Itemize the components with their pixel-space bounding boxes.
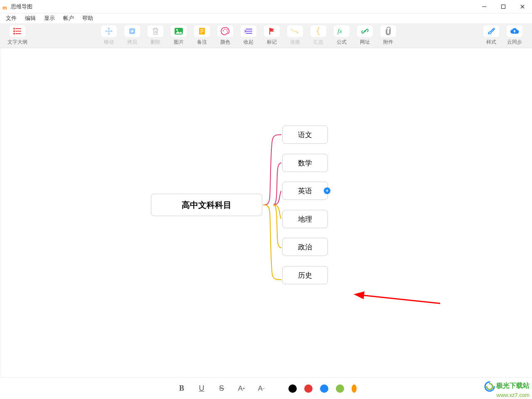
svg-point-6 bbox=[14, 31, 15, 32]
titlebar: 思维导图 bbox=[0, 0, 532, 13]
child-label-2: 数学 bbox=[298, 158, 312, 168]
font-decrease-button[interactable]: A− bbox=[255, 382, 268, 395]
connect-button[interactable]: 连接 bbox=[284, 25, 306, 47]
svg-point-17 bbox=[223, 30, 224, 32]
menu-edit[interactable]: 编辑 bbox=[21, 14, 40, 23]
url-button[interactable]: 网址 bbox=[354, 25, 376, 47]
child-label-3: 英语 bbox=[298, 186, 312, 196]
image-label: 图片 bbox=[174, 39, 184, 46]
note-label: 备注 bbox=[197, 39, 207, 46]
trash-icon bbox=[148, 25, 163, 37]
image-button[interactable]: 图片 bbox=[168, 25, 190, 47]
delete-button[interactable]: 删除 bbox=[145, 25, 166, 47]
svg-line-25 bbox=[361, 295, 440, 303]
svg-point-4 bbox=[14, 28, 15, 29]
copy-icon bbox=[124, 25, 140, 37]
color-blue[interactable] bbox=[320, 384, 328, 393]
child-label-6: 历史 bbox=[298, 271, 312, 280]
minimize-button[interactable] bbox=[475, 0, 494, 13]
color-red[interactable] bbox=[304, 384, 313, 393]
cloud-icon bbox=[507, 25, 522, 37]
copy-label: 拷贝 bbox=[127, 39, 137, 46]
bold-button[interactable]: B bbox=[175, 382, 188, 395]
branch-connectors bbox=[0, 48, 532, 377]
summary-label: 汇总 bbox=[313, 39, 323, 46]
move-icon bbox=[101, 25, 117, 37]
child-label-5: 政治 bbox=[298, 242, 312, 252]
svg-point-18 bbox=[224, 29, 226, 30]
window-controls bbox=[475, 0, 532, 13]
outline-button[interactable]: 文字大纲 bbox=[7, 25, 28, 47]
link-icon bbox=[357, 25, 373, 37]
child-node-2[interactable]: 数学 bbox=[282, 154, 328, 172]
collapse-button[interactable]: 收起 bbox=[238, 25, 259, 47]
attach-label: 附件 bbox=[383, 39, 393, 46]
formula-button[interactable]: fx 公式 bbox=[331, 25, 352, 47]
menu-account[interactable]: 帐户 bbox=[59, 14, 78, 23]
move-label: 移动 bbox=[104, 39, 114, 46]
sync-label: 云同步 bbox=[507, 39, 522, 46]
arrow-connect-icon bbox=[287, 25, 303, 37]
connect-label: 连接 bbox=[290, 39, 300, 46]
add-child-icon[interactable]: + bbox=[324, 187, 330, 194]
collapse-icon bbox=[241, 25, 256, 37]
sync-button[interactable]: 云同步 bbox=[504, 25, 525, 47]
child-node-3[interactable]: 英语 + bbox=[282, 182, 328, 200]
child-node-6[interactable]: 历史 bbox=[282, 266, 328, 284]
menubar: 文件 编辑 显示 帐户 帮助 bbox=[0, 13, 532, 23]
palette-icon bbox=[217, 25, 233, 37]
svg-point-12 bbox=[176, 29, 178, 31]
flag-icon bbox=[264, 25, 280, 37]
svg-rect-1 bbox=[502, 5, 505, 9]
format-bar: B U S A+ A− bbox=[0, 377, 532, 399]
child-node-1[interactable]: 语文 bbox=[282, 126, 328, 144]
svg-text:fx: fx bbox=[337, 28, 342, 34]
root-node[interactable]: 高中文科科目 bbox=[151, 194, 262, 216]
fx-icon: fx bbox=[334, 25, 350, 37]
mark-button[interactable]: 标记 bbox=[261, 25, 283, 47]
child-label-4: 地理 bbox=[298, 214, 312, 224]
color-green[interactable] bbox=[336, 384, 344, 393]
brush-icon bbox=[483, 25, 499, 37]
mark-label: 标记 bbox=[267, 39, 277, 46]
font-increase-button[interactable]: A+ bbox=[235, 382, 248, 395]
svg-point-8 bbox=[14, 33, 15, 34]
color-label: 颜色 bbox=[220, 39, 230, 46]
style-button[interactable]: 样式 bbox=[480, 25, 502, 47]
color-button[interactable]: 颜色 bbox=[214, 25, 236, 47]
root-label: 高中文科科目 bbox=[182, 200, 232, 211]
annotation-arrow-icon bbox=[353, 290, 444, 307]
menu-view[interactable]: 显示 bbox=[40, 14, 59, 23]
window-title: 思维导图 bbox=[11, 3, 32, 10]
style-label: 样式 bbox=[486, 39, 496, 46]
paperclip-icon bbox=[380, 25, 396, 37]
brace-icon bbox=[310, 25, 326, 37]
svg-point-19 bbox=[227, 30, 228, 31]
color-black[interactable] bbox=[288, 384, 297, 393]
svg-point-20 bbox=[227, 32, 228, 33]
copy-button[interactable]: 拷贝 bbox=[121, 25, 143, 47]
maximize-button[interactable] bbox=[494, 0, 513, 13]
summary-button[interactable]: 汇总 bbox=[308, 25, 329, 47]
color-orange[interactable] bbox=[352, 384, 357, 393]
url-label: 网址 bbox=[360, 39, 370, 46]
menu-file[interactable]: 文件 bbox=[2, 14, 21, 23]
child-node-5[interactable]: 政治 bbox=[282, 238, 328, 256]
list-icon bbox=[10, 25, 25, 37]
collapse-label: 收起 bbox=[244, 39, 254, 46]
child-label-1: 语文 bbox=[298, 130, 312, 140]
mindmap-canvas[interactable]: 高中文科科目 语文 数学 英语 + 地理 政治 历史 bbox=[0, 48, 532, 377]
note-icon bbox=[194, 25, 210, 37]
svg-marker-26 bbox=[354, 291, 365, 299]
move-button[interactable]: 移动 bbox=[98, 25, 120, 47]
underline-button[interactable]: U bbox=[195, 382, 208, 395]
menu-help[interactable]: 帮助 bbox=[78, 14, 97, 23]
close-button[interactable] bbox=[513, 0, 532, 13]
image-icon bbox=[171, 25, 187, 37]
attach-button[interactable]: 附件 bbox=[377, 25, 399, 47]
note-button[interactable]: 备注 bbox=[191, 25, 213, 47]
strikethrough-button[interactable]: S bbox=[215, 382, 228, 395]
toolbar: 文字大纲 移动 拷贝 删除 图片 备注 颜色 bbox=[0, 23, 532, 48]
outline-label: 文字大纲 bbox=[7, 39, 27, 46]
child-node-4[interactable]: 地理 bbox=[282, 210, 328, 228]
